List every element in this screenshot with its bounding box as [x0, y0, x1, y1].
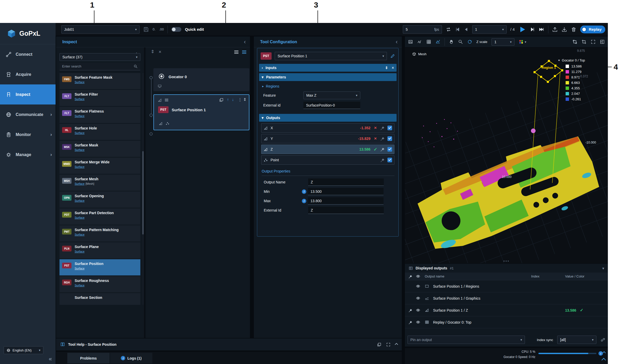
min-input[interactable]: 13.500 [308, 188, 384, 195]
displayed-output-row-replay-top[interactable]: Replay / Gocator 0: Top [405, 316, 608, 328]
pipeline-node-surface-position[interactable]: ↑ ↓ ⋮ ⇕ PST Surface Position 1 [153, 94, 249, 130]
list-item-surface-section[interactable]: Surface Section [59, 293, 140, 305]
popout-window-icon[interactable] [377, 342, 381, 347]
tool-search-input[interactable]: Enter search [59, 63, 140, 70]
skip-to-end-button[interactable] [539, 27, 544, 32]
kebab-menu-icon[interactable]: ⋮ [238, 97, 242, 102]
heightmap-view-button[interactable] [426, 39, 431, 44]
list-item-surface-mask[interactable]: MSK Surface MaskSurface [59, 141, 140, 157]
tool-category-link[interactable]: Surface [75, 97, 85, 101]
loop-playback-button[interactable] [446, 27, 451, 32]
pin-an-output-select[interactable]: Pin an output ▾ [408, 336, 525, 344]
tool-category-link[interactable]: Surface [75, 165, 85, 168]
list-item-surface-filter[interactable]: FLT Surface FilterSurface [59, 90, 140, 106]
output-row-z[interactable]: Z 13.586 ✓ [261, 145, 394, 154]
intensity-view-button[interactable] [408, 39, 413, 44]
feature-select[interactable]: Max Z ▾ [303, 91, 360, 99]
pin-icon[interactable] [409, 320, 412, 324]
tool-help-bar[interactable]: Tool Help - Surface Position [56, 338, 402, 350]
pin-icon[interactable] [409, 309, 412, 312]
zoom-tool-button[interactable] [458, 39, 463, 44]
decimal-places-down-button[interactable]: 0. [153, 27, 155, 31]
pin-icon[interactable] [380, 147, 385, 152]
regions-expander[interactable]: ▸ Regions [262, 84, 397, 88]
eye-icon[interactable] [416, 296, 420, 300]
output-row-y[interactable]: Y -15.829 × [261, 134, 394, 143]
info-icon[interactable]: i [302, 189, 306, 194]
list-item-surface-flatness[interactable]: FLT Surface FlatnessSurface [59, 107, 140, 123]
fps-input[interactable]: 5 fps [403, 25, 442, 34]
collapse-node-icon[interactable]: ⇕ [243, 97, 247, 102]
tool-category-link[interactable]: Surface [75, 216, 85, 219]
move-down-icon[interactable]: ↓ [232, 97, 234, 102]
list-item-surface-plane[interactable]: PLN Surface PlaneSurface [59, 242, 140, 258]
list-item-surface-part-detection[interactable]: PDT Surface Part DetectionSurface [59, 208, 140, 225]
output-visibility-checkbox[interactable] [387, 158, 392, 162]
duplicate-icon[interactable] [219, 98, 224, 102]
sidebar-collapse-button[interactable]: « [49, 356, 52, 362]
move-up-icon[interactable]: ↑ [227, 97, 229, 102]
displayed-output-row-regions[interactable]: Surface Position 1 / Regions [405, 280, 608, 292]
list-view-button[interactable] [234, 51, 238, 51]
inputs-section-header[interactable]: › Inputs ⇕ × [259, 64, 397, 72]
skip-to-start-button[interactable] [455, 27, 460, 32]
viewport-3d-canvas[interactable]: Mesh 9.875 ▾ Gocator 0 / Top Region 1 13… [405, 47, 608, 263]
clear-selection-button[interactable]: × [159, 50, 161, 54]
info-icon[interactable]: i [598, 351, 603, 356]
collapse-bottom-panel-icon[interactable] [602, 358, 606, 362]
tab-logs[interactable]: i Logs (1) [110, 353, 152, 363]
layout-views-button[interactable] [600, 39, 605, 44]
tool-category-link[interactable]: Surface [75, 81, 85, 84]
displayed-output-row-z[interactable]: Surface Position 1 / Z 13.586✓ [405, 304, 608, 316]
pipeline-node-gocator[interactable]: Gocator 0 [153, 68, 249, 91]
reset-view-button[interactable] [572, 39, 577, 44]
step-forward-button[interactable] [530, 27, 535, 32]
download-replay-button[interactable] [561, 27, 567, 32]
list-item-surface-mesh[interactable]: MSH Surface MeshSurface[Mesh] [59, 175, 140, 191]
list-item-surface-roughness[interactable]: RGH Surface RoughnessSurface [59, 276, 140, 292]
output-row-x[interactable]: X -1.352 × [261, 123, 394, 133]
language-select[interactable]: English (EN) ▾ [4, 346, 43, 354]
panel-collapse-button[interactable]: ‹ [396, 39, 398, 45]
fullscreen-view-button[interactable] [591, 39, 596, 44]
pin-icon[interactable] [380, 126, 385, 130]
tool-category-link[interactable]: Surface [75, 250, 85, 253]
compact-view-button[interactable] [242, 51, 246, 51]
tool-list-scrollbar[interactable] [142, 73, 144, 305]
rotate-3d-button[interactable] [467, 39, 472, 44]
profile-view-button[interactable] [417, 39, 422, 44]
link-icon[interactable] [601, 337, 605, 342]
parameters-section-header[interactable]: ▾ Parameters [259, 73, 397, 81]
rename-pencil-icon[interactable] [390, 54, 395, 59]
output-visibility-checkbox[interactable] [387, 136, 392, 141]
list-item-surface-pattern-matching[interactable]: PMT Surface Pattern MatchingSurface [59, 225, 140, 242]
z-scale-select[interactable]: 1 ▾ [492, 38, 514, 46]
frame-select[interactable]: 1 ▾ [472, 25, 507, 34]
tab-problems[interactable]: Problems [67, 353, 110, 363]
load-replay-button[interactable] [552, 27, 558, 32]
fit-view-button[interactable] [582, 39, 586, 44]
step-back-button[interactable] [464, 27, 469, 32]
expand-sections-icon[interactable]: ⇕ [385, 66, 388, 70]
tool-category-link[interactable]: Surface [75, 182, 85, 185]
expand-status-icon[interactable] [602, 351, 606, 355]
tool-category-link[interactable]: Surface [75, 199, 85, 202]
pan-tool-button[interactable] [449, 39, 454, 44]
list-item-surface-merge-wide[interactable]: MWD Surface Merge WideSurface [59, 158, 140, 174]
pin-icon[interactable] [380, 158, 385, 162]
sidebar-item-connect[interactable]: Connect [0, 44, 56, 64]
list-item-surface-position[interactable]: PST Surface PositionSurface [59, 259, 140, 275]
mesh-view-button[interactable] [435, 39, 440, 44]
outputs-section-header[interactable]: ▾ Outputs [259, 114, 397, 122]
list-item-surface-opening[interactable]: OPN Surface OpeningSurface [59, 192, 140, 208]
info-icon[interactable]: i [302, 199, 306, 203]
sidebar-item-monitor[interactable]: Monitor › [0, 125, 56, 145]
panel-collapse-button[interactable]: ‹ [244, 39, 246, 45]
sidebar-item-communicate[interactable]: Communicate › [0, 104, 56, 125]
node-input-port[interactable] [149, 114, 153, 117]
tool-category-link[interactable]: Surface [75, 284, 85, 287]
tool-category-link[interactable]: Surface [75, 148, 85, 151]
index-sync-select[interactable]: [all] ▾ [557, 336, 596, 344]
output-visibility-checkbox[interactable] [387, 147, 392, 152]
tool-category-link[interactable]: Surface [75, 233, 85, 236]
